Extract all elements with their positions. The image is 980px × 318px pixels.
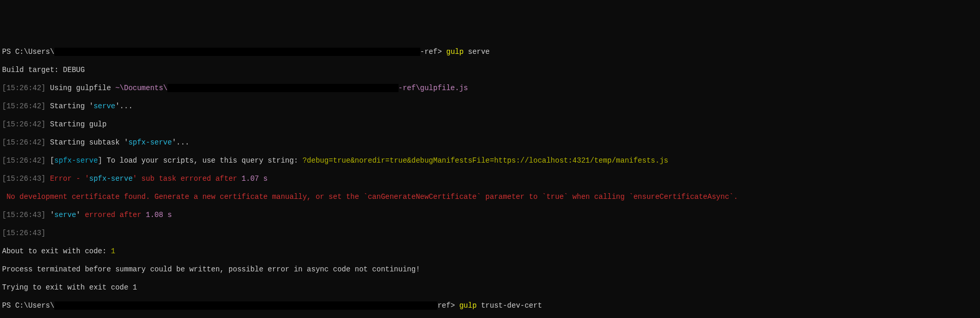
redacted-path: xxxxxxxxxxxxxxxxxxxxxxxxxxxxxxxxxxxxxxxx… [54, 301, 437, 310]
task-name: spfx-serve [89, 175, 133, 183]
log-line: [15:26:42] Using gulpfile ~\Documents\xx… [2, 84, 978, 93]
log-line-error: [15:26:43] 'serve' errored after 1.08 s [2, 211, 978, 220]
log-line: [15:26:42] [spfx-serve] To load your scr… [2, 156, 978, 166]
log-text: Starting gulp [46, 120, 107, 128]
bracket: [ [46, 156, 54, 165]
redacted-path: xxxxxxxxxxxxxxxxxxxxxxxxxxxxxxxxxxxxxxxx… [167, 84, 398, 92]
command: gulp [446, 48, 464, 56]
error-text: errored after [85, 211, 146, 219]
gulpfile-path-suf: -ref\gulpfile.js [399, 84, 468, 92]
task-tag: spfx-serve [54, 156, 98, 165]
command: gulp [459, 301, 477, 310]
timestamp: [15:26:42] [2, 156, 46, 165]
log-line: [15:26:42] Starting subtask 'spfx-serve'… [2, 138, 978, 148]
query-string: ?debug=true&noredir=true&debugManifestsF… [303, 156, 669, 165]
exit-line: About to exit with code: 1 [2, 247, 978, 256]
task-name: spfx-serve [129, 138, 172, 147]
log-line: [15:26:42] Starting gulp [2, 120, 978, 129]
log-text: '... [115, 102, 133, 110]
path-suffix: -ref> [420, 48, 442, 56]
prompt-line-1: PS C:\Users\xxxxxxxxxxxxxxxxxxxxxxxxxxxx… [2, 48, 978, 57]
build-target: Build target: DEBUG [2, 66, 978, 75]
log-line-error: [15:26:43] Error - 'spfx-serve' sub task… [2, 175, 978, 184]
log-text: Starting subtask ' [46, 138, 129, 147]
log-text: To load your scripts, use this query str… [107, 156, 303, 165]
log-text: Using gulpfile [46, 84, 115, 92]
log-line-error: No development certificate found. Genera… [2, 193, 978, 202]
bracket: ] [98, 156, 107, 165]
timestamp: [15:26:43] [2, 229, 46, 237]
path: C:\Users\ [15, 48, 54, 56]
exit-code: 1 [111, 247, 115, 255]
error-label: Error - ' [46, 175, 89, 183]
log-line: Trying to exit with exit code 1 [2, 283, 978, 293]
prompt-line-2: PS C:\Users\xxxxxxxxxxxxxxxxxxxxxxxxxxxx… [2, 301, 978, 311]
task-name: serve [93, 102, 115, 110]
timestamp: [15:26:43] [2, 175, 46, 183]
ps-prefix: PS [2, 301, 15, 310]
timestamp: [15:26:42] [2, 84, 46, 92]
command-arg: trust-dev-cert [481, 301, 542, 310]
error-text: ' sub task errored after [133, 175, 242, 183]
log-text: About to exit with code: [2, 247, 111, 255]
timestamp: [15:26:42] [2, 120, 46, 128]
log-line: [15:26:42] Starting 'serve'... [2, 102, 978, 111]
ps-prefix: PS [2, 48, 15, 56]
gulpfile-path-pre: ~\Documents\ [115, 84, 167, 92]
timestamp: [15:26:43] [2, 211, 46, 219]
error-message: No development certificate found. Genera… [2, 193, 738, 201]
redacted-path: xxxxxxxxxxxxxxxxxxxxxxxxxxxxxxxxxxxxxxxx… [54, 48, 420, 56]
path-suffix: ref> [437, 301, 455, 310]
command-arg: serve [468, 48, 490, 56]
timestamp: [15:26:42] [2, 102, 46, 110]
log-text: ' [76, 211, 85, 219]
log-text: ' [46, 211, 54, 219]
log-text: Starting ' [46, 102, 93, 110]
log-line: [15:26:43] [2, 229, 978, 238]
duration: 1.08 s [146, 211, 172, 219]
timestamp: [15:26:42] [2, 138, 46, 147]
path: C:\Users\ [15, 301, 54, 310]
duration: 1.07 s [242, 175, 267, 183]
task-name: serve [54, 211, 76, 219]
log-line: Process terminated before summary could … [2, 265, 978, 274]
log-text: '... [172, 138, 190, 147]
terminal-output[interactable]: PS C:\Users\xxxxxxxxxxxxxxxxxxxxxxxxxxxx… [2, 38, 978, 318]
